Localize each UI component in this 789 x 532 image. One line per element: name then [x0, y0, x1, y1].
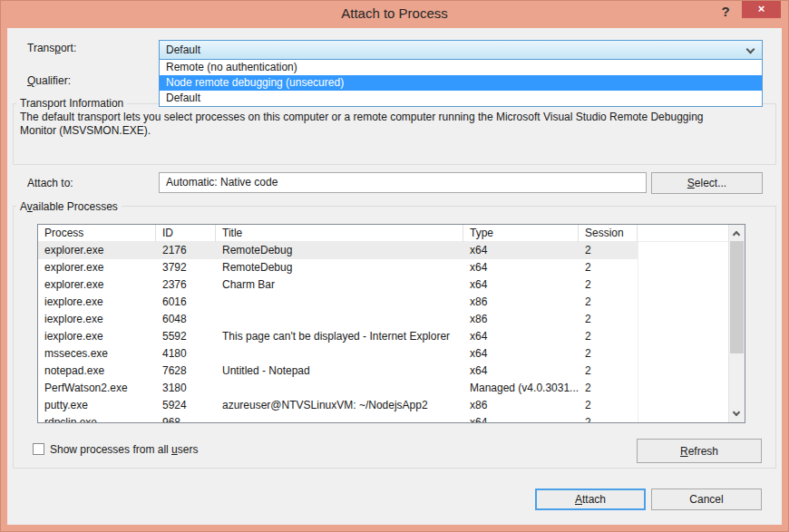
table-cell: 2 — [579, 242, 638, 259]
dropdown-item[interactable]: Node remote debugging (unsecured) — [160, 75, 762, 91]
table-cell: This page can't be displayed - Internet … — [216, 328, 463, 345]
table-cell: 2 — [579, 414, 638, 422]
chevron-down-icon — [733, 409, 740, 416]
table-cell — [216, 380, 463, 397]
table-row[interactable]: iexplore.exe6048x862 — [38, 311, 728, 328]
scroll-up-button[interactable] — [729, 225, 745, 241]
column-header-session[interactable]: Session — [579, 225, 638, 242]
table-row[interactable]: explorer.exe2176RemoteDebugx642 — [38, 242, 728, 259]
column-header-process[interactable]: Process — [38, 225, 156, 242]
table-cell: 968 — [156, 414, 216, 422]
table-row[interactable]: putty.exe5924azureuser@NTVSLinuxVM: ~/No… — [38, 397, 728, 414]
table-cell: 2 — [579, 345, 638, 363]
table-cell: rdpclip.exe — [38, 414, 156, 422]
attach-button[interactable]: Attach — [535, 488, 646, 510]
table-cell: 4180 — [156, 345, 216, 363]
column-divider — [638, 242, 638, 422]
table-row[interactable]: PerfWatson2.exe3180Managed (v4.0.3031...… — [38, 380, 728, 397]
table-cell: azureuser@NTVSLinuxVM: ~/NodejsApp2 — [216, 397, 463, 414]
transport-info-line1: The default transport lets you select pr… — [20, 111, 759, 124]
table-cell: iexplore.exe — [38, 311, 156, 328]
chevron-up-icon — [733, 231, 740, 238]
table-cell: 2 — [579, 276, 638, 294]
vertical-scrollbar[interactable] — [728, 225, 745, 422]
transport-information-text: The default transport lets you select pr… — [20, 111, 759, 138]
process-list: Process ID Title Type Session explorer.e… — [37, 224, 745, 423]
transport-combobox-value: Default — [166, 44, 200, 56]
cancel-button[interactable]: Cancel — [651, 488, 762, 510]
table-cell: RemoteDebug — [216, 242, 463, 259]
table-row[interactable]: iexplore.exe5592This page can't be displ… — [38, 328, 728, 345]
table-cell: explorer.exe — [38, 276, 156, 294]
transport-info-line2: Monitor (MSVSMON.EXE). — [20, 124, 759, 138]
table-cell: 5924 — [156, 397, 216, 414]
process-table-header: Process ID Title Type Session — [38, 225, 728, 242]
table-cell: 2 — [579, 328, 638, 345]
table-cell: 6048 — [156, 311, 216, 328]
table-cell: 2 — [579, 397, 638, 414]
table-cell: x86 — [463, 294, 579, 311]
table-cell: putty.exe — [38, 397, 156, 414]
table-row[interactable]: rdpclip.exe968x642 — [38, 414, 728, 422]
scrollbar-thumb[interactable] — [730, 241, 744, 353]
show-all-users-label: Show processes from all users — [50, 443, 198, 456]
table-cell: 6016 — [156, 294, 216, 311]
transport-information-title: Transport Information — [16, 97, 127, 110]
process-table-body: explorer.exe2176RemoteDebugx642explorer.… — [38, 242, 728, 422]
table-cell: 5592 — [156, 328, 216, 345]
qualifier-label: Qualifier: — [27, 74, 71, 87]
table-cell: 7628 — [156, 363, 216, 380]
transport-dropdown: Remote (no authentication)Node remote de… — [159, 60, 763, 107]
titlebar[interactable]: Attach to Process ? × — [0, 0, 789, 28]
scroll-down-button[interactable] — [729, 406, 745, 422]
dropdown-item[interactable]: Remote (no authentication) — [160, 60, 762, 75]
column-header-title[interactable]: Title — [216, 225, 463, 242]
transport-combobox[interactable]: Default — [159, 40, 763, 60]
table-cell: x64 — [463, 363, 579, 380]
table-cell: x64 — [463, 242, 579, 259]
table-cell: explorer.exe — [38, 242, 156, 259]
chevron-down-icon — [746, 45, 755, 54]
table-cell: iexplore.exe — [38, 328, 156, 345]
table-cell: 3180 — [156, 380, 216, 397]
close-icon[interactable]: × — [742, 1, 781, 18]
table-cell: explorer.exe — [38, 259, 156, 276]
table-cell — [216, 294, 463, 311]
table-cell: x86 — [463, 397, 579, 414]
dropdown-item[interactable]: Default — [160, 91, 762, 106]
table-cell — [216, 345, 463, 363]
table-cell: 2 — [579, 311, 638, 328]
table-cell: x64 — [463, 276, 579, 294]
table-cell: Managed (v4.0.3031... — [463, 380, 579, 397]
table-row[interactable]: explorer.exe2376Charm Barx642 — [38, 276, 728, 294]
show-all-users-checkbox[interactable] — [33, 443, 44, 455]
table-cell — [216, 414, 463, 422]
table-cell — [216, 311, 463, 328]
table-cell: 2376 — [156, 276, 216, 294]
attach-to-field[interactable]: Automatic: Native code — [159, 172, 647, 193]
table-row[interactable]: explorer.exe3792RemoteDebugx642 — [38, 259, 728, 276]
table-cell: RemoteDebug — [216, 259, 463, 276]
table-row[interactable]: notepad.exe7628Untitled - Notepadx642 — [38, 363, 728, 380]
table-cell: x64 — [463, 414, 579, 422]
refresh-button[interactable]: Refresh — [637, 439, 762, 463]
dialog-title: Attach to Process — [0, 0, 789, 28]
table-cell: 2 — [579, 380, 638, 397]
column-header-type[interactable]: Type — [463, 225, 579, 242]
select-button[interactable]: Select... — [651, 172, 763, 194]
table-cell: iexplore.exe — [38, 294, 156, 311]
table-cell: msseces.exe — [38, 345, 156, 363]
attach-to-process-dialog: Attach to Process ? × Transport: Default… — [0, 0, 789, 532]
table-cell: PerfWatson2.exe — [38, 380, 156, 397]
table-cell: x64 — [463, 259, 579, 276]
table-cell: 2 — [579, 363, 638, 380]
transport-label: Transport: — [27, 42, 76, 54]
table-cell: x86 — [463, 311, 579, 328]
column-header-id[interactable]: ID — [156, 225, 216, 242]
table-row[interactable]: msseces.exe4180x642 — [38, 345, 728, 363]
table-cell: x64 — [463, 345, 579, 363]
attach-to-label: Attach to: — [27, 177, 73, 189]
table-cell: 3792 — [156, 259, 216, 276]
table-row[interactable]: iexplore.exe6016x862 — [38, 294, 728, 311]
help-icon[interactable]: ? — [716, 2, 735, 22]
